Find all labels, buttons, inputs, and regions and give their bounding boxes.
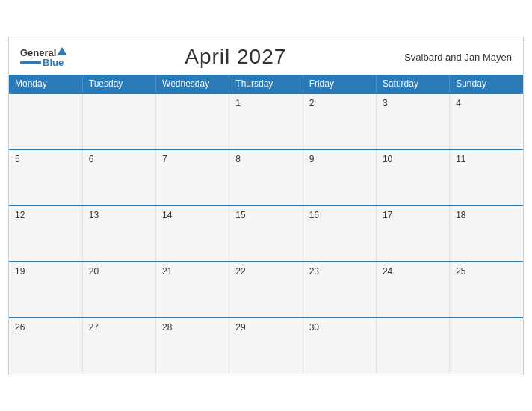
day-number-22: 22 [235,266,245,276]
day-number-30: 30 [309,322,319,333]
day-number-18: 18 [456,210,466,220]
calendar-body: 1234567891011121314151617181920212223242… [9,93,523,374]
day-number-6: 6 [89,154,94,164]
day-cell-2: 2 [303,93,376,149]
calendar-grid: Monday Tuesday Wednesday Thursday Friday… [9,75,523,374]
header-tuesday: Tuesday [82,75,155,93]
header-sunday: Sunday [450,75,523,93]
day-cell-14: 14 [156,206,229,262]
day-cell-9: 9 [303,149,376,206]
day-number-24: 24 [383,266,392,276]
day-number-14: 14 [162,210,172,220]
day-cell-22: 22 [229,262,303,318]
week-row-2: 12131415161718 [9,206,523,262]
day-number-8: 8 [235,154,241,164]
day-number-13: 13 [89,210,99,220]
empty-cell-0-0 [9,93,82,149]
day-cell-29: 29 [229,318,303,374]
weekday-header-row: Monday Tuesday Wednesday Thursday Friday… [9,75,523,93]
day-cell-26: 26 [9,318,82,374]
day-number-28: 28 [162,322,172,333]
week-row-0: 1234 [9,93,523,149]
calendar-container: General Blue April 2027 Svalbard and Jan… [8,37,524,374]
logo-blue-text: Blue [43,58,64,67]
day-number-9: 9 [309,154,315,164]
month-title: April 2027 [185,45,286,69]
day-number-21: 21 [162,266,172,276]
day-number-25: 25 [456,266,466,276]
day-cell-7: 7 [156,149,229,206]
day-number-16: 16 [309,210,319,220]
day-cell-6: 6 [82,149,155,206]
week-row-4: 2627282930 [9,318,523,374]
empty-cell-4-6 [450,318,523,374]
empty-cell-0-1 [82,93,155,149]
empty-cell-4-5 [376,318,449,374]
day-cell-19: 19 [9,262,82,318]
day-cell-27: 27 [82,318,155,374]
logo-line [20,61,41,64]
day-cell-30: 30 [303,318,376,374]
header-saturday: Saturday [376,75,449,93]
empty-cell-0-2 [156,93,229,149]
day-cell-12: 12 [9,206,82,262]
day-number-2: 2 [309,98,315,108]
header-thursday: Thursday [229,75,303,93]
day-number-17: 17 [383,210,392,220]
day-cell-11: 11 [450,149,523,206]
day-cell-16: 16 [303,206,376,262]
day-number-26: 26 [15,322,25,333]
day-number-15: 15 [235,210,245,220]
day-cell-21: 21 [156,262,229,318]
day-cell-24: 24 [376,262,449,318]
logo-top: General [20,47,66,58]
day-cell-10: 10 [376,149,449,206]
day-number-4: 4 [456,98,461,108]
day-cell-8: 8 [229,149,303,206]
day-number-3: 3 [383,98,388,108]
day-number-10: 10 [383,154,392,164]
day-cell-5: 5 [9,149,82,206]
day-number-12: 12 [15,210,25,220]
header-monday: Monday [9,75,82,93]
logo-general-text: General [20,48,56,58]
day-number-29: 29 [235,322,245,333]
header-wednesday: Wednesday [156,75,229,93]
header-friday: Friday [303,75,376,93]
day-cell-17: 17 [376,206,449,262]
day-cell-4: 4 [450,93,523,149]
day-cell-25: 25 [450,262,523,318]
day-cell-3: 3 [376,93,449,149]
logo: General Blue [20,47,66,67]
day-number-19: 19 [15,266,25,276]
day-cell-20: 20 [82,262,155,318]
region-label: Svalbard and Jan Mayen [404,52,512,63]
day-number-20: 20 [89,266,99,276]
day-cell-23: 23 [303,262,376,318]
day-cell-28: 28 [156,318,229,374]
day-number-23: 23 [309,266,319,276]
logo-bottom: Blue [20,58,64,67]
week-row-1: 567891011 [9,149,523,206]
day-number-1: 1 [235,98,241,108]
calendar-header: General Blue April 2027 Svalbard and Jan… [9,37,523,75]
logo-block: General Blue [20,47,66,67]
day-cell-13: 13 [82,206,155,262]
day-cell-15: 15 [229,206,303,262]
logo-triangle-icon [58,47,66,55]
day-number-11: 11 [456,154,466,164]
day-cell-18: 18 [450,206,523,262]
day-number-5: 5 [15,154,20,164]
day-number-27: 27 [89,322,99,333]
day-number-7: 7 [162,154,167,164]
day-cell-1: 1 [229,93,303,149]
week-row-3: 19202122232425 [9,262,523,318]
